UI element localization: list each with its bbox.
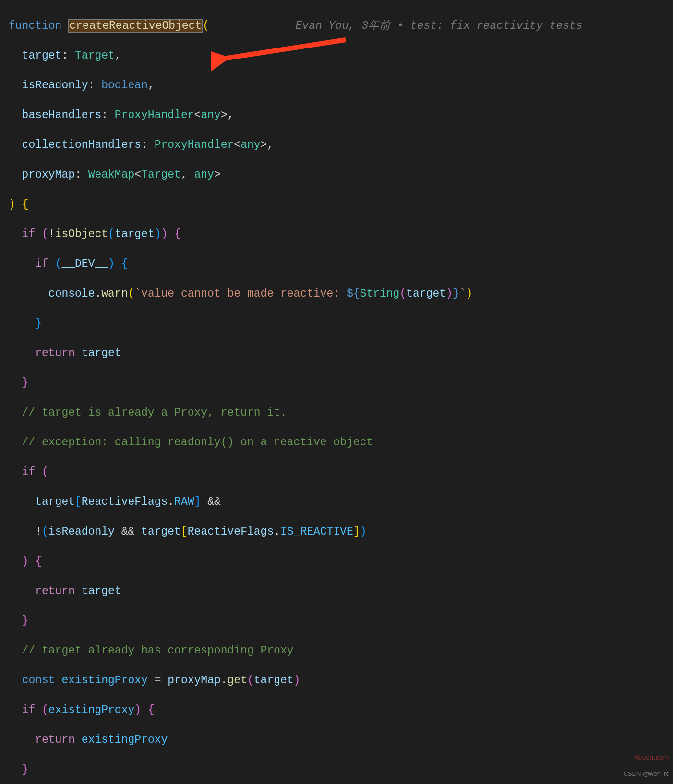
- code-line: collectionHandlers: ProxyHandler<any>,: [9, 138, 673, 153]
- function-name: createReactiveObject: [68, 19, 203, 33]
- gitlens-annotation: Evan You, 3年前 • test: fix reactivity tes…: [296, 20, 583, 32]
- code-line: !(isReadonly && target[ReactiveFlags.IS_…: [9, 524, 673, 539]
- code-line: function createReactiveObject( Evan You,…: [9, 19, 673, 34]
- code-line: const existingProxy = proxyMap.get(targe…: [9, 673, 673, 688]
- code-line: // target already has corresponding Prox…: [9, 643, 673, 658]
- code-line: }: [9, 762, 673, 777]
- code-line: ) {: [9, 197, 673, 212]
- code-line: // exception: calling readonly() on a re…: [9, 435, 673, 450]
- code-line: target[ReactiveFlags.RAW] &&: [9, 495, 673, 510]
- code-line: if (existingProxy) {: [9, 703, 673, 718]
- code-line: }: [9, 316, 673, 331]
- code-line: isReadonly: boolean,: [9, 78, 673, 93]
- code-line: if (__DEV__) {: [9, 257, 673, 272]
- watermark: Yuucn.com: [634, 750, 669, 765]
- code-line: if (: [9, 465, 673, 480]
- watermark-csdn: CSDN @wen_rc: [623, 766, 669, 781]
- code-line: return target: [9, 584, 673, 599]
- code-line: target: Target,: [9, 48, 673, 63]
- code-line: return existingProxy: [9, 733, 673, 748]
- keyword-function: function: [9, 20, 61, 32]
- code-line: ) {: [9, 554, 673, 569]
- code-line: baseHandlers: ProxyHandler<any>,: [9, 108, 673, 123]
- code-line: console.warn(`value cannot be made react…: [9, 286, 673, 301]
- code-line: return target: [9, 346, 673, 361]
- code-line: if (!isObject(target)) {: [9, 227, 673, 242]
- code-line: }: [9, 614, 673, 629]
- code-line: // target is already a Proxy, return it.: [9, 405, 673, 420]
- code-line: proxyMap: WeakMap<Target, any>: [9, 167, 673, 182]
- code-editor[interactable]: function createReactiveObject( Evan You,…: [0, 0, 673, 784]
- code-line: }: [9, 376, 673, 391]
